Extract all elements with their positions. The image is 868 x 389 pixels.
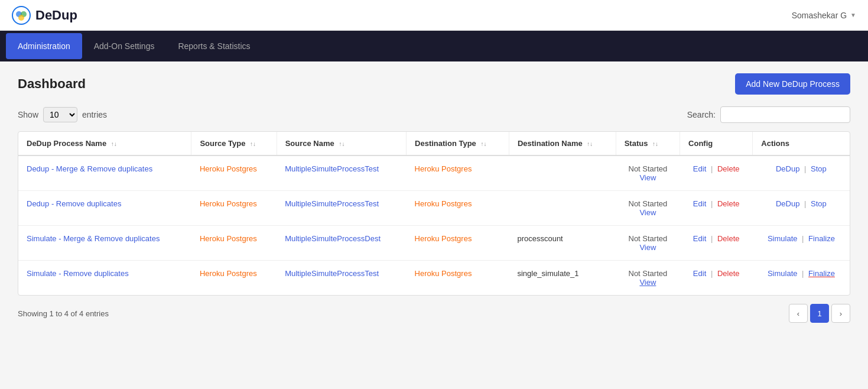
cell-source-name: MultipleSimulteProcessTest: [277, 261, 406, 296]
cell-actions: DeDup | Stop: [753, 155, 850, 191]
cell-name: Simulate - Remove duplicates: [18, 261, 191, 296]
page-1-button[interactable]: 1: [810, 304, 829, 323]
source-type-value: Heroku Postgres: [200, 164, 257, 173]
cell-status: Not Started View: [616, 226, 680, 261]
dest-name-value: processcount: [517, 234, 563, 243]
delete-link[interactable]: Delete: [717, 199, 740, 208]
source-name-link[interactable]: MultipleSimulteProcessTest: [285, 269, 379, 278]
action1-link[interactable]: DeDup: [776, 164, 799, 173]
action1-link[interactable]: Simulate: [768, 234, 798, 243]
entries-select[interactable]: 10 25 50 100: [43, 107, 77, 122]
action1-link[interactable]: Simulate: [768, 269, 798, 278]
status-view-link[interactable]: View: [624, 173, 671, 182]
source-type-value: Heroku Postgres: [200, 234, 257, 243]
data-table: DeDup Process Name ↑↓ Source Type ↑↓ Sou…: [18, 131, 850, 296]
svg-point-3: [18, 15, 24, 21]
dest-type-value: Heroku Postgres: [415, 199, 472, 208]
edit-link[interactable]: Edit: [693, 164, 706, 173]
cell-actions: Simulate | Finalize: [753, 261, 850, 296]
sort-arrows-source-name[interactable]: ↑↓: [339, 141, 344, 147]
nav-bar: Administration Add-On Settings Reports &…: [0, 31, 868, 61]
cell-dest-type: Heroku Postgres: [407, 191, 509, 226]
cell-status: Not Started View: [616, 155, 680, 191]
user-name: Somashekar G: [792, 11, 847, 20]
source-name-link[interactable]: MultipleSimulteProcessTest: [285, 199, 379, 208]
status-view-link[interactable]: View: [624, 243, 671, 252]
edit-link[interactable]: Edit: [693, 269, 706, 278]
col-header-source-type: Source Type ↑↓: [191, 132, 277, 155]
add-new-dedup-button[interactable]: Add New DeDup Process: [735, 73, 850, 95]
prev-page-button[interactable]: ‹: [789, 304, 808, 323]
config-separator: |: [711, 269, 713, 278]
col-header-status: Status ↑↓: [616, 132, 680, 155]
cell-name: Dedup - Remove duplicates: [18, 191, 191, 226]
status-view-link[interactable]: View: [624, 208, 671, 217]
action2-link[interactable]: Finalize: [808, 234, 835, 243]
cell-dest-type: Heroku Postgres: [407, 226, 509, 261]
logo: DeDup: [12, 6, 77, 25]
user-menu[interactable]: Somashekar G ▼: [792, 11, 856, 20]
cell-source-name: MultipleSimulteProcessTest: [277, 191, 406, 226]
dest-name-value: single_simulate_1: [517, 269, 578, 278]
cell-name: Dedup - Merge & Remove duplicates: [18, 155, 191, 191]
source-name-link[interactable]: MultipleSimulteProcessTest: [285, 164, 379, 173]
sort-arrows-source-type[interactable]: ↑↓: [250, 141, 256, 147]
show-entries-control: Show 10 25 50 100 entries: [18, 107, 107, 122]
showing-text: Showing 1 to 4 of 4 entries: [18, 309, 109, 318]
caret-icon: ▼: [850, 12, 856, 18]
nav-item-addon-settings[interactable]: Add-On Settings: [82, 33, 167, 59]
delete-link[interactable]: Delete: [717, 269, 740, 278]
logo-text: DeDup: [35, 8, 77, 23]
col-header-dest-name: Destination Name ↑↓: [509, 132, 616, 155]
process-name-link[interactable]: Simulate - Remove duplicates: [27, 269, 129, 278]
status-view-link[interactable]: View: [624, 278, 671, 287]
cell-config: Edit | Delete: [680, 226, 753, 261]
main-content: Dashboard Add New DeDup Process Show 10 …: [0, 61, 868, 389]
action-separator: |: [802, 234, 804, 243]
action-separator: |: [804, 164, 806, 173]
process-name-link[interactable]: Dedup - Remove duplicates: [27, 199, 121, 208]
source-name-link[interactable]: MultipleSimulteProcessDest: [285, 234, 381, 243]
sort-arrows-name[interactable]: ↑↓: [111, 141, 117, 147]
delete-link[interactable]: Delete: [717, 164, 740, 173]
entries-label: entries: [82, 110, 107, 119]
config-separator: |: [711, 234, 713, 243]
action-separator: |: [804, 199, 806, 208]
status-not-started: Not Started: [624, 164, 671, 173]
table-row: Simulate - Merge & Remove duplicates Her…: [18, 226, 850, 261]
next-page-button[interactable]: ›: [831, 304, 850, 323]
search-input[interactable]: [720, 106, 850, 123]
table-row: Dedup - Merge & Remove duplicates Heroku…: [18, 155, 850, 191]
process-name-link[interactable]: Dedup - Merge & Remove duplicates: [27, 164, 152, 173]
action2-link[interactable]: Finalize: [808, 269, 835, 278]
process-name-link[interactable]: Simulate - Merge & Remove duplicates: [27, 234, 160, 243]
status-not-started: Not Started: [624, 269, 671, 278]
config-separator: |: [711, 164, 713, 173]
sort-arrows-dest-name[interactable]: ↑↓: [587, 141, 593, 147]
dashboard-header: Dashboard Add New DeDup Process: [18, 73, 850, 95]
col-header-source-name: Source Name ↑↓: [277, 132, 406, 155]
sort-arrows-status[interactable]: ↑↓: [652, 141, 658, 147]
cell-source-type: Heroku Postgres: [191, 155, 277, 191]
action-separator: |: [802, 269, 804, 278]
action1-link[interactable]: DeDup: [776, 199, 799, 208]
edit-link[interactable]: Edit: [693, 234, 706, 243]
delete-link[interactable]: Delete: [717, 234, 740, 243]
nav-item-reports-statistics[interactable]: Reports & Statistics: [166, 33, 262, 59]
action2-link[interactable]: Stop: [811, 199, 827, 208]
table-row: Simulate - Remove duplicates Heroku Post…: [18, 261, 850, 296]
edit-link[interactable]: Edit: [693, 199, 706, 208]
search-box: Search:: [687, 106, 850, 123]
cell-status: Not Started View: [616, 261, 680, 296]
search-label: Search:: [687, 110, 716, 119]
cell-name: Simulate - Merge & Remove duplicates: [18, 226, 191, 261]
nav-item-administration[interactable]: Administration: [6, 33, 82, 59]
status-not-started: Not Started: [624, 199, 671, 208]
sort-arrows-dest-type[interactable]: ↑↓: [480, 141, 486, 147]
show-label: Show: [18, 110, 38, 119]
pagination: ‹ 1 ›: [789, 304, 850, 323]
top-bar: DeDup Somashekar G ▼: [0, 0, 868, 31]
cell-status: Not Started View: [616, 191, 680, 226]
action2-link[interactable]: Stop: [811, 164, 827, 173]
table-row: Dedup - Remove duplicates Heroku Postgre…: [18, 191, 850, 226]
